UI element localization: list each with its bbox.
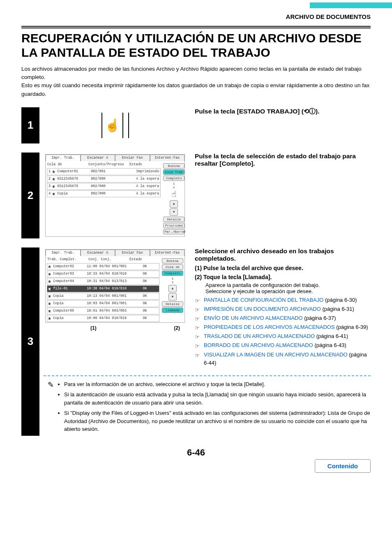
pointer-icon: ☞	[195, 352, 200, 360]
notes-list: Para ver la información de un archivo, s…	[58, 380, 371, 436]
table-row[interactable]: 4▣Copia002/000A la espera	[47, 190, 161, 197]
intro-paragraph-1: Los archivos almacenados por medio de la…	[21, 65, 371, 82]
step-1-number: 1	[21, 107, 39, 143]
doc-link[interactable]: ENVÍO DE UN ARCHIVO ALMACENADO	[204, 315, 303, 321]
doc-link[interactable]: PROPIEDADES DE LOS ARCHIVOS ALMACENADOS	[204, 324, 335, 330]
page-ref: (página 6-31)	[321, 306, 354, 312]
pointer-icon: ☞	[195, 333, 200, 341]
step-1-text: Pulse la tecla [ESTADO TRABAJO] (⟲ⓘ).	[195, 107, 371, 116]
rule-top	[21, 26, 371, 27]
tab-impr-trab[interactable]: Impr. Trab.	[46, 250, 81, 256]
step-3-p2: Seleccione y ejecute la operación que de…	[195, 288, 371, 294]
scroll-up-icon[interactable]: ▲	[170, 200, 178, 208]
note-item: Si "Display only the Files of Logged-in …	[64, 409, 371, 433]
step-2-screenshot: Impr. Trab. Escanear A Enviar Fax Intern…	[45, 154, 185, 237]
step-2-number: 2	[21, 153, 39, 238]
step-1-illustration: ☝	[45, 109, 185, 142]
press-key-icon: ☝	[105, 118, 120, 132]
table-row[interactable]: ▣Copia10:13 04/04 001/001OK	[47, 293, 159, 300]
tab-internet-fax[interactable]: Internet-Fax	[150, 250, 185, 256]
page-title: RECUPERACIÓN Y UTILIZACIÓN DE UN ARCHIVO…	[21, 31, 371, 60]
step-3-p1: Aparece la pantalla de configuración del…	[195, 282, 371, 288]
callout-1: (1)	[90, 325, 97, 331]
step-3-number: 3	[21, 247, 39, 436]
table-row[interactable]: ▣file-0110:30 04/04 010/010OK	[47, 285, 159, 292]
col-3: Estado	[129, 162, 160, 166]
col-2: Conj. Conj.	[88, 257, 129, 261]
side-bobina[interactable]: Bobina	[163, 163, 184, 169]
tab-impr-trab[interactable]: Impr. Trab.	[46, 155, 81, 161]
page-ref: (página 6-39)	[335, 324, 368, 330]
doc-link[interactable]: PANTALLA DE CONFIGURACIÓN DEL TRABAJO	[204, 297, 323, 303]
scroll-up-icon[interactable]: ▲	[168, 285, 177, 292]
tab-escanear-a[interactable]: Escanear A	[81, 155, 115, 161]
table-row[interactable]: ▣Computer0410:31 04/04 013/013OK	[47, 278, 159, 285]
col-1: Trab. Complet.	[47, 257, 88, 261]
scroll-down-icon[interactable]: ▼	[168, 293, 177, 301]
pointer-icon: ☞	[195, 342, 200, 350]
scroll-down-icon[interactable]: ▼	[170, 208, 178, 216]
side-detalle[interactable]: Detalle	[162, 301, 183, 307]
press-hand-icon: ☝	[163, 189, 184, 199]
section-header: ARCHIVO DE DOCUMENTOS	[21, 13, 371, 20]
table-row[interactable]: ▣Computer0211:00 04/04 001/001OK	[47, 263, 159, 270]
note-item: Si la autenticación de usuario está acti…	[64, 391, 371, 407]
callout-2: (2)	[174, 325, 180, 331]
contenido-button[interactable]: Contenido	[315, 459, 371, 473]
step-3-screenshot: Impr. Trab. Escanear A Enviar Fax Intern…	[45, 249, 185, 323]
link-list: ☞PANTALLA DE CONFIGURACIÓN DEL TRABAJO (…	[195, 296, 371, 367]
doc-link[interactable]: VISUALIZAR LA IMAGEN DE UN ARCHIVO ALMAC…	[204, 352, 348, 358]
doc-link[interactable]: TRASLADO DE UN ARCHIVO ALMACENADO	[204, 333, 315, 339]
col-2: Conjunto/Progreso	[88, 162, 129, 166]
step-3: 3 Impr. Trab. Escanear A Enviar Fax Inte…	[21, 247, 371, 436]
side-prioridad[interactable]: Prioridad	[163, 223, 184, 228]
page-ref: (página 6-41)	[315, 333, 348, 339]
table-row[interactable]: ▣Computer0510:01 04/04 003/003OK	[47, 308, 159, 314]
table-row[interactable]: 1▣Computer01002/001Imprimiendo	[47, 168, 161, 175]
side-bobina[interactable]: Bobina	[162, 258, 183, 264]
column-headers: Cola de Conjunto/Progreso Estado	[46, 161, 162, 168]
table-row[interactable]: 3▣0312345678002/000A la espera	[47, 183, 161, 190]
note-item: Para ver la información de un archivo, s…	[64, 380, 371, 388]
side-completo[interactable]: Completo	[163, 176, 184, 181]
step-3-sub2: (2) Toque la tecla [Llamada].	[195, 274, 371, 280]
pointer-icon: ☞	[195, 324, 200, 332]
page-ref: (página 6-30)	[323, 297, 357, 303]
side-cola-de[interactable]: Cola de	[162, 264, 183, 270]
side-cola-trab[interactable]: Cola Trab	[163, 169, 184, 175]
pointer-icon: ☞	[195, 315, 200, 323]
doc-link[interactable]: BORRADO DE UN ARCHIVO ALMACENADO	[204, 342, 313, 348]
side-detalle[interactable]: Detalle	[163, 217, 184, 222]
step-2-text: Pulse la tecla de selección de estado de…	[195, 153, 371, 167]
tab-enviar-fax[interactable]: Enviar Fax	[115, 155, 150, 161]
step-1-text-b: ).	[316, 108, 319, 115]
intro-paragraph-2: Esto es muy útil cuando necesita imprimi…	[21, 81, 371, 98]
rule-top-2	[21, 28, 371, 28]
table-row[interactable]: ▣Computer0310:33 04/04 010/010OK	[47, 271, 159, 278]
dashed-divider	[44, 375, 371, 376]
doc-link[interactable]: IMPRESIÓN DE UN DOCUMENTO ARCHIVADO	[204, 306, 321, 312]
page-ref: (página 6-37)	[303, 315, 336, 321]
side-par-borrar[interactable]: Par./Borrar	[163, 229, 184, 234]
side-completo[interactable]: Completo	[162, 271, 183, 276]
pointer-icon: ☞	[195, 297, 200, 305]
step-3-sub1: (1) Pulse la tecla del archivo que desee…	[195, 265, 371, 271]
tab-internet-fax[interactable]: Internet-Fax	[150, 155, 185, 161]
page-indicator: 11	[163, 182, 184, 189]
side-llamada[interactable]: Llamada	[162, 308, 183, 313]
table-row[interactable]: 2▣0312345678002/000A la espera	[47, 176, 161, 183]
page-indicator: 11	[162, 277, 183, 284]
status-icon: ⟲ⓘ	[304, 108, 316, 115]
note-pencil-icon: ✎	[44, 380, 58, 436]
page-ref: (página 6-43)	[313, 342, 346, 348]
table-row[interactable]: ▣Copia10:03 04/04 001/001OK	[47, 300, 159, 307]
step-2: 2 Impr. Trab. Escanear A Enviar Fax Inte…	[21, 153, 371, 238]
page-number: 6-46	[21, 447, 371, 458]
step-1-text-a: Pulse la tecla [ESTADO TRABAJO] (	[195, 108, 304, 115]
step-1: 1 ☝ Pulse la tecla [ESTADO TRABAJO] (⟲ⓘ)…	[21, 107, 371, 143]
column-headers: Trab. Complet. Conj. Conj. Estado	[46, 256, 161, 263]
tab-enviar-fax[interactable]: Enviar Fax	[115, 250, 150, 256]
table-row[interactable]: ▣Copia10:00 04/04 010/010OK	[47, 315, 159, 322]
pointer-icon: ☞	[195, 306, 200, 314]
tab-escanear-a[interactable]: Escanear A	[81, 250, 115, 256]
